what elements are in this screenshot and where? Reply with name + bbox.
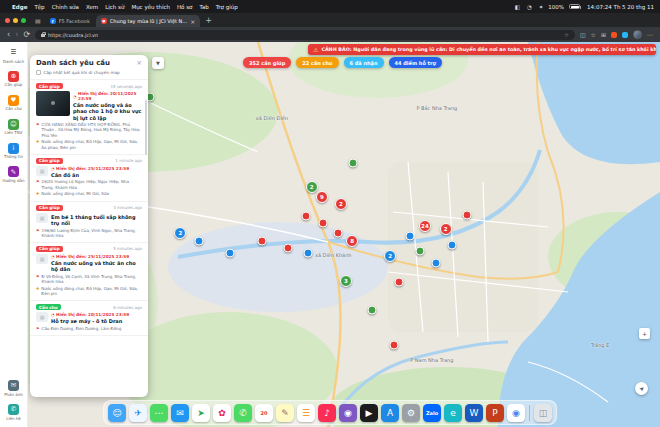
map-marker-blue[interactable]: 2 [384,250,396,262]
panel-scrollbar[interactable] [145,100,147,155]
menubar-item[interactable]: Tab [199,4,208,10]
map-marker-blue[interactable]: 2 [174,227,186,239]
menubar-item[interactable]: Xem [86,4,98,10]
map-marker-red[interactable] [394,278,403,287]
panel-close-icon[interactable]: × [136,60,142,67]
collections-icon[interactable]: ⊞ [601,31,606,38]
map-marker-red[interactable] [319,218,328,227]
dock-zalo-icon[interactable]: Zalo [423,404,441,422]
sidebar-item-feedback[interactable]: ✉Phản ánh [4,380,23,397]
forward-button[interactable]: › [15,31,18,39]
request-list[interactable]: Cần giúp15 seconds ago◔Hiển thị đến: 20/… [30,80,148,397]
menubar-item[interactable]: Chỉnh sửa [52,4,79,10]
sidebar-item-need-help[interactable]: ⊕Cần giúp [5,71,23,88]
focus-icon[interactable]: ◔ [527,4,532,10]
profile-avatar[interactable] [633,30,642,39]
menubar-item[interactable]: Trợ giúp [216,4,238,10]
filter-chip[interactable]: 44 điểm hỗ trợ [389,57,442,68]
dock-photos-icon[interactable]: ✿ [213,404,231,422]
sidebar-item-give-help[interactable]: ♥Cần cho [5,95,21,112]
map-marker-green[interactable]: 2 [306,181,318,193]
map-marker-blue[interactable] [432,258,441,267]
dock-trash-icon[interactable]: ◫ [534,404,552,422]
dock-tv-icon[interactable]: ▶ [360,404,378,422]
filter-chip[interactable]: 22 cần cho [296,57,338,68]
dock-maps-icon[interactable]: ➤ [192,404,210,422]
my-location-button[interactable]: ➤ [635,382,648,395]
split-screen-icon[interactable]: ◫ [580,31,586,38]
dock-powerpoint-icon[interactable]: P [486,404,504,422]
map-marker-green[interactable]: 3 [340,275,352,287]
dock-app-store-icon[interactable]: A [381,404,399,422]
map-marker-blue[interactable] [195,237,204,246]
request-card[interactable]: Cần cho6 minutes ago▦◔Hiển thị đến: 20/1… [30,301,148,336]
extension-blue-icon[interactable] [622,32,628,38]
dock-facetime-icon[interactable]: ✆ [234,404,252,422]
close-window-button[interactable] [5,18,10,23]
map-marker-red[interactable] [283,243,292,252]
dock-settings-icon[interactable]: ⚙ [402,404,420,422]
dock-mail-icon[interactable]: ✉ [171,404,189,422]
filter-chip[interactable]: 352 cần giúp [243,57,291,68]
map-marker-red[interactable]: 2 [440,223,452,235]
control-center-icon[interactable]: ✦ [539,4,544,10]
request-card[interactable]: Cần giúp15 seconds ago◔Hiển thị đến: 20/… [30,80,148,155]
favorites-icon[interactable]: ☆ [591,31,596,38]
dock-safari-icon[interactable]: ✈ [129,404,147,422]
map-marker-blue[interactable] [303,248,312,257]
map-marker-red[interactable] [389,341,398,350]
tab-close-icon[interactable]: × [190,18,195,25]
dock-notes-icon[interactable]: ✎ [276,404,294,422]
filter-chip[interactable]: 6 đã nhận [344,57,384,68]
map-marker-red[interactable] [302,212,311,221]
sidebar-item-contact[interactable]: ✆Liên hệ [6,404,21,421]
map-marker-blue[interactable] [448,240,457,249]
screen-mirror-icon[interactable]: ◧ [515,4,520,10]
map-marker-red[interactable] [334,228,343,237]
menubar-item[interactable]: Edge [12,4,27,10]
sidebar-item-list[interactable]: ☰Danh sách [3,47,24,64]
map-marker-red[interactable]: 8 [346,235,358,247]
map-marker-green[interactable] [367,306,376,315]
browser-menu-button[interactable]: ⋯ [647,31,653,38]
back-button[interactable]: ‹ [7,31,10,39]
filter-button[interactable]: ▼ [152,57,164,69]
request-card[interactable]: Cần giúp1 minute ago▦◔Hiển thị đến: 25/1… [30,155,148,202]
map-marker-red[interactable] [463,211,472,220]
dock-music-icon[interactable]: ♪ [318,404,336,422]
dock-finder-icon[interactable]: ☺ [108,404,126,422]
auto-update-checkbox[interactable] [36,70,41,75]
menubar-item[interactable]: Tệp [34,4,44,10]
map-marker-green[interactable] [348,158,357,167]
map-marker-red[interactable]: 9 [316,191,328,203]
minimize-window-button[interactable] [13,18,18,23]
dock-messages-icon[interactable]: ⋯ [150,404,168,422]
dock-calendar-icon[interactable]: 20 [255,404,273,422]
menubar-item[interactable]: Mục yêu thích [131,4,170,10]
sidebar-item-volunteers[interactable]: ☺Liên TNV [5,119,23,136]
dock-chrome-icon[interactable]: ◉ [507,404,525,422]
address-bar[interactable]: https://cuudra.jcl.vn ☆ [35,30,575,40]
menubar-item[interactable]: Lịch sử [105,4,124,10]
sidebar-item-info[interactable]: iThông tin [4,143,23,160]
map-zoom-button[interactable]: + [639,328,650,339]
menubar-clock[interactable]: 14:07:24 Th 5 20 thg 11 [587,4,654,10]
sidebar-item-guide[interactable]: ✎Hướng dẫn [3,166,25,183]
dock-podcasts-icon[interactable]: ◉ [339,404,357,422]
bookmark-star-icon[interactable]: ☆ [564,32,569,38]
map-marker-red[interactable] [257,236,266,245]
map-marker-red[interactable]: 2 [335,198,347,210]
request-card[interactable]: Cần giúp3 minutes ago▦Em bé 1 tháng tuổi… [30,202,148,243]
map-marker-blue[interactable] [226,248,235,257]
map-marker-red[interactable]: 24 [419,220,431,232]
browser-tab[interactable]: fF5 Facebook [45,15,95,27]
extension-orange-icon[interactable] [611,32,617,38]
dock-edge-icon[interactable]: e [444,404,462,422]
map-marker-blue[interactable] [406,232,415,241]
zoom-window-button[interactable] [21,18,26,23]
dock-word-icon[interactable]: W [465,404,483,422]
vertical-tabs-icon[interactable]: ▤ [31,17,45,27]
menubar-item[interactable]: Hồ sơ [177,4,192,10]
browser-tab[interactable]: ♥Chung tay mùa lũ | JCI Việt N...× [96,15,200,27]
new-tab-button[interactable]: + [200,16,217,27]
